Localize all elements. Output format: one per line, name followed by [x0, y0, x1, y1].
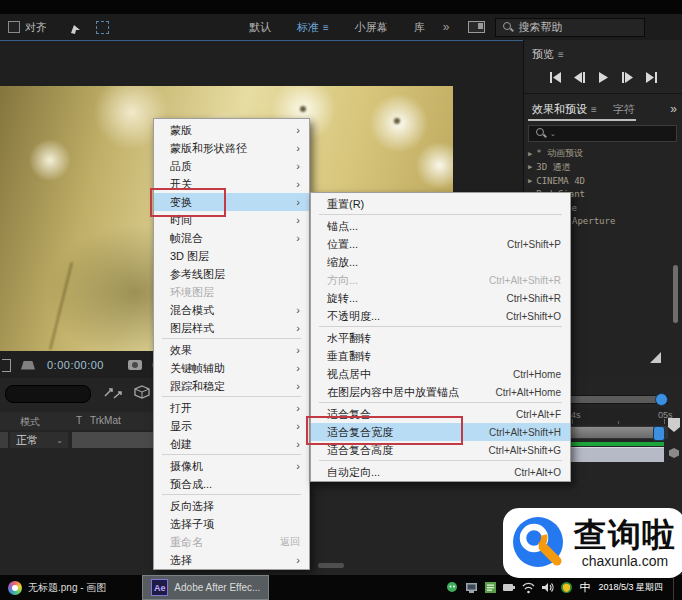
- taskbar-item-paint[interactable]: 无标题.png - 画图: [0, 575, 114, 600]
- tree-item[interactable]: ▶CINEMA 4D: [524, 174, 682, 188]
- current-timecode[interactable]: 0:00:00:00: [47, 359, 104, 371]
- menu-item-frame-blending[interactable]: 帧混合›: [154, 229, 309, 247]
- battery-icon[interactable]: [503, 581, 516, 594]
- menu-item-reveal[interactable]: 显示›: [154, 417, 309, 435]
- tree-expand-icon[interactable]: ▶: [528, 177, 532, 185]
- notes-app-icon[interactable]: [484, 581, 497, 594]
- security-shield-icon[interactable]: [560, 581, 573, 594]
- menu-item-quality[interactable]: 品质›: [154, 157, 309, 175]
- tree-expand-icon[interactable]: ▶: [528, 150, 532, 158]
- time-ruler[interactable]: 04s 05s: [558, 408, 668, 424]
- tree-expand-icon[interactable]: ▶: [528, 163, 532, 171]
- menu-item-center-anchor-point[interactable]: 在图层内容中居中放置锚点Ctrl+Alt+Home: [311, 383, 570, 401]
- blend-mode-dropdown[interactable]: 正常 ⌄: [10, 432, 68, 448]
- menu-item-opacity[interactable]: 不透明度...Ctrl+Shift+O: [311, 307, 570, 325]
- timeline-zoom-handle[interactable]: [655, 393, 668, 406]
- menu-item-invert-selection[interactable]: 反向选择: [154, 497, 309, 515]
- menu-item-effect[interactable]: 效果›: [154, 341, 309, 359]
- selection-tool-icon[interactable]: [69, 21, 82, 34]
- marquee-selection-icon[interactable]: [96, 21, 109, 34]
- menu-item-switches[interactable]: 开关›: [154, 175, 309, 193]
- motion-sketch-icon[interactable]: [104, 386, 126, 400]
- layer-color-swatch[interactable]: [0, 432, 8, 448]
- menu-item-center-in-view[interactable]: 视点居中Ctrl+Home: [311, 365, 570, 383]
- workspace-libraries[interactable]: 库: [414, 20, 425, 35]
- volume-icon[interactable]: [541, 581, 554, 594]
- monitor-icon[interactable]: [465, 581, 478, 594]
- trkmat-cell[interactable]: [72, 432, 153, 448]
- menu-item-scale[interactable]: 缩放...: [311, 253, 570, 271]
- tab-character[interactable]: 字符: [613, 102, 635, 117]
- snapshot-camera-icon[interactable]: [128, 360, 142, 370]
- ime-indicator[interactable]: 中: [579, 580, 590, 595]
- menu-item-blending-mode[interactable]: 混合模式›: [154, 301, 309, 319]
- column-trkmat[interactable]: TrkMat: [90, 415, 121, 426]
- panel-overflow-icon[interactable]: »: [670, 102, 677, 116]
- tree-item[interactable]: ▶3D 通道: [524, 161, 682, 175]
- menu-item-rotation[interactable]: 旋转...Ctrl+Shift+R: [311, 289, 570, 307]
- play-button[interactable]: [595, 71, 612, 84]
- menu-item-select-children[interactable]: 选择子项: [154, 515, 309, 533]
- previous-frame-button[interactable]: [571, 71, 588, 84]
- menu-item-mask[interactable]: 蒙版›: [154, 121, 309, 139]
- workspace-overflow-icon[interactable]: »: [443, 20, 450, 34]
- timeline-search-field[interactable]: [5, 385, 91, 403]
- layer-duration-bar[interactable]: [561, 447, 664, 462]
- menu-item-position[interactable]: 位置...Ctrl+Shift+P: [311, 235, 570, 253]
- column-mode[interactable]: 模式: [20, 415, 40, 429]
- next-frame-button[interactable]: [619, 71, 636, 84]
- workspace-standard[interactable]: 标准: [297, 20, 319, 35]
- taskbar-datetime[interactable]: 2018/5/3 星期四: [598, 581, 663, 594]
- panel-resize-grip[interactable]: [650, 352, 661, 363]
- menu-item-mask-and-shape-path[interactable]: 蒙版和形状路径›: [154, 139, 309, 157]
- menu-item-guide-layer[interactable]: 参考线图层: [154, 265, 309, 283]
- tab-effects-and-presets[interactable]: 效果和预设: [532, 102, 587, 117]
- menu-item-flip-horizontal[interactable]: 水平翻转: [311, 329, 570, 347]
- region-of-interest-icon[interactable]: [21, 361, 35, 370]
- menu-item-create[interactable]: 创建›: [154, 435, 309, 453]
- menu-item-transform[interactable]: 变换›: [154, 193, 309, 211]
- workspace-default[interactable]: 默认: [249, 20, 271, 35]
- menu-item-pre-compose[interactable]: 预合成...: [154, 475, 309, 493]
- menu-item-fit-to-comp-height[interactable]: 适合复合高度Ctrl+Alt+Shift+G: [311, 441, 570, 459]
- menu-item-auto-orient[interactable]: 自动定向...Ctrl+Alt+O: [311, 463, 570, 481]
- menu-item-layer-styles[interactable]: 图层样式›: [154, 319, 309, 337]
- timeline-zoom-bar[interactable]: [561, 396, 661, 403]
- work-area-handle[interactable]: [653, 426, 665, 441]
- effects-search-field[interactable]: ⌄: [528, 125, 677, 142]
- show-desktop-button[interactable]: [673, 575, 678, 600]
- menu-item-fit-to-comp-width[interactable]: 适合复合宽度Ctrl+Alt+Shift+H: [311, 423, 570, 441]
- tree-item[interactable]: ▶* 动画预设: [524, 147, 682, 161]
- menu-item-camera[interactable]: 摄像机›: [154, 457, 309, 475]
- menu-item-reset[interactable]: 重置(R): [311, 195, 570, 213]
- comp-marker-icon[interactable]: [668, 418, 680, 432]
- menu-item-select[interactable]: 选择›: [154, 551, 309, 569]
- menu-item-3d-layer[interactable]: 3D 图层: [154, 247, 309, 265]
- comp-button-icon[interactable]: [669, 448, 679, 458]
- preview-panel-menu-icon[interactable]: ≡: [558, 49, 564, 60]
- column-t[interactable]: T: [76, 415, 82, 426]
- help-search-field[interactable]: 搜索帮助: [495, 18, 645, 37]
- taskbar-item-after-effects[interactable]: Ae Adobe After Effec...: [142, 575, 269, 600]
- work-area-bar[interactable]: [561, 427, 661, 438]
- effects-panel-menu-icon[interactable]: ≡: [591, 104, 597, 115]
- menu-item-time[interactable]: 时间›: [154, 211, 309, 229]
- workspace-menu-icon[interactable]: ≡: [323, 22, 329, 33]
- wifi-icon[interactable]: [522, 581, 535, 594]
- timeline-horizontal-scrollbar[interactable]: [318, 563, 344, 568]
- workspace-bar-icon[interactable]: [468, 21, 485, 33]
- menu-item-keyframe-assistant[interactable]: 关键帧辅助›: [154, 359, 309, 377]
- workspace-small-screen[interactable]: 小屏幕: [355, 20, 388, 35]
- menu-item-open[interactable]: 打开›: [154, 399, 309, 417]
- menu-item-track-and-stabilize[interactable]: 跟踪和稳定›: [154, 377, 309, 395]
- panel-scrollbar[interactable]: [673, 265, 678, 323]
- first-frame-button[interactable]: [547, 71, 564, 84]
- menu-item-fit-to-comp[interactable]: 适合复合Ctrl+Alt+F: [311, 405, 570, 423]
- menu-item-flip-vertical[interactable]: 垂直翻转: [311, 347, 570, 365]
- last-frame-button[interactable]: [643, 71, 660, 84]
- snap-checkbox[interactable]: [8, 21, 20, 33]
- grid-guides-icon[interactable]: [2, 359, 11, 372]
- 3d-cube-icon[interactable]: [132, 384, 152, 400]
- chat-app-icon[interactable]: [446, 581, 459, 594]
- menu-item-anchor-point[interactable]: 锚点...: [311, 217, 570, 235]
